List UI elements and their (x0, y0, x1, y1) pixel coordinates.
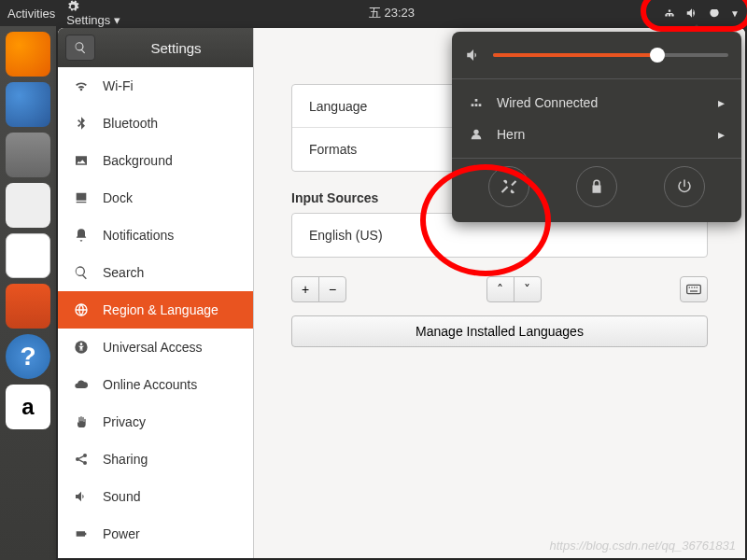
sidebar-item-notifications[interactable]: Notifications (58, 217, 253, 254)
keyboard-layout-button[interactable] (680, 276, 708, 302)
sidebar-item-label: Notifications (103, 228, 174, 243)
svg-rect-9 (694, 287, 695, 287)
sidebar-item-online-accounts[interactable]: Online Accounts (58, 366, 253, 403)
sidebar-item-label: Online Accounts (103, 377, 197, 392)
user-icon (469, 127, 484, 142)
manage-languages-button[interactable]: Manage Installed Languages (291, 315, 708, 347)
chevron-right-icon: ▸ (718, 95, 725, 110)
dock-item-help[interactable]: ? (6, 334, 50, 379)
svg-rect-7 (689, 287, 690, 287)
search-icon (73, 264, 90, 281)
dock-icon (73, 189, 90, 206)
sidebar-item-label: Privacy (103, 414, 146, 429)
background-icon (73, 152, 90, 169)
gear-icon (66, 0, 79, 13)
dock-item-show-apps[interactable] (6, 515, 50, 560)
volume-row (465, 47, 728, 63)
settings-action-button[interactable] (488, 166, 529, 207)
dock-item-writer[interactable] (6, 233, 50, 278)
power-action-button[interactable] (664, 166, 705, 207)
speaker-icon (73, 488, 90, 505)
app-menu-label: Settings ▾ (66, 13, 120, 27)
search-button[interactable] (65, 35, 95, 61)
sidebar-item-privacy[interactable]: Privacy (58, 403, 253, 441)
sidebar-item-label: Bluetooth (103, 116, 158, 131)
share-icon (73, 451, 90, 468)
dock-item-software[interactable] (6, 284, 50, 329)
volume-thumb[interactable] (650, 48, 665, 63)
sidebar-item-region-language[interactable]: Region & Language (58, 291, 253, 329)
top-bar: Activities Settings ▾ 五 23:23 ▼ (0, 0, 747, 26)
sidebar-item-dock[interactable]: Dock (58, 179, 253, 217)
sidebar-item-wifi[interactable]: Wi-Fi (58, 67, 253, 105)
add-input-source-button[interactable]: + (291, 276, 319, 302)
sidebar-item-power[interactable]: Power (58, 515, 253, 553)
svg-rect-10 (697, 287, 698, 287)
sidebar-title: Settings (106, 40, 246, 56)
dock-item-rhythmbox[interactable] (6, 183, 50, 228)
menu-item-user[interactable]: Hern ▸ (465, 119, 728, 150)
svg-rect-8 (691, 287, 692, 287)
svg-rect-11 (690, 290, 698, 291)
watermark: https://blog.csdn.net/qq_36761831 (550, 539, 737, 553)
menu-item-label: Hern (497, 127, 525, 142)
sidebar-list: Wi-Fi Bluetooth Background Dock Notifica… (58, 67, 253, 558)
globe-icon (73, 301, 90, 318)
tools-icon (500, 178, 517, 195)
sidebar-item-label: Power (103, 526, 140, 541)
chevron-right-icon: ▸ (718, 127, 725, 142)
move-up-button[interactable]: ˄ (486, 276, 514, 302)
network-icon[interactable] (663, 7, 676, 20)
wifi-icon (73, 77, 90, 94)
dock-item-amazon[interactable]: a (6, 385, 50, 429)
activities-button[interactable]: Activities (7, 7, 55, 21)
sidebar-item-label: Background (103, 153, 173, 168)
sidebar-item-label: Dock (103, 190, 133, 205)
dock: ? a (0, 26, 56, 560)
input-source-label: English (US) (309, 228, 690, 243)
bell-icon (73, 227, 90, 244)
sidebar-header: Settings (58, 28, 253, 67)
lock-icon (588, 178, 605, 195)
dock-item-firefox[interactable] (6, 32, 50, 77)
sidebar-item-sound[interactable]: Sound (58, 478, 253, 515)
svg-point-2 (80, 343, 83, 345)
input-sources-toolbar: + − ˄ ˅ (291, 276, 708, 302)
sidebar-item-background[interactable]: Background (58, 142, 253, 179)
sidebar-item-label: Wi-Fi (103, 78, 134, 93)
app-menu[interactable]: Settings ▾ (66, 0, 120, 27)
lock-action-button[interactable] (576, 166, 617, 207)
sidebar-item-universal-access[interactable]: Universal Access (58, 329, 253, 366)
search-icon (74, 41, 87, 54)
system-tray[interactable]: ▼ (663, 7, 740, 20)
volume-icon[interactable] (685, 7, 698, 20)
menu-item-network[interactable]: Wired Connected ▸ (465, 87, 728, 119)
cloud-icon (73, 376, 90, 393)
sidebar-item-bluetooth[interactable]: Bluetooth (58, 105, 253, 142)
power-icon (676, 178, 693, 195)
move-down-button[interactable]: ˅ (514, 276, 542, 302)
dock-item-thunderbird[interactable] (6, 82, 50, 127)
settings-sidebar: Settings Wi-Fi Bluetooth Background Dock… (58, 28, 254, 558)
sidebar-item-label: Sound (103, 489, 140, 504)
svg-point-12 (473, 130, 478, 134)
bluetooth-icon (73, 115, 90, 132)
hand-icon (73, 413, 90, 430)
sidebar-item-sharing[interactable]: Sharing (58, 441, 253, 478)
system-menu: Wired Connected ▸ Hern ▸ (452, 32, 741, 222)
dock-item-files[interactable] (6, 133, 50, 177)
sidebar-item-label: Region & Language (103, 302, 218, 317)
volume-slider[interactable] (493, 53, 728, 57)
power-icon[interactable] (708, 7, 721, 20)
keyboard-icon (686, 284, 701, 295)
accessibility-icon (73, 339, 90, 356)
sidebar-item-search[interactable]: Search (58, 254, 253, 291)
menu-item-label: Wired Connected (497, 95, 598, 110)
remove-input-source-button[interactable]: − (318, 276, 346, 302)
sidebar-item-label: Sharing (103, 452, 148, 467)
chevron-down-icon: ▼ (730, 8, 740, 19)
sidebar-item-label: Universal Access (103, 340, 203, 355)
action-row (465, 166, 728, 207)
clock[interactable]: 五 23:23 (120, 5, 663, 21)
sidebar-item-label: Search (103, 265, 144, 280)
